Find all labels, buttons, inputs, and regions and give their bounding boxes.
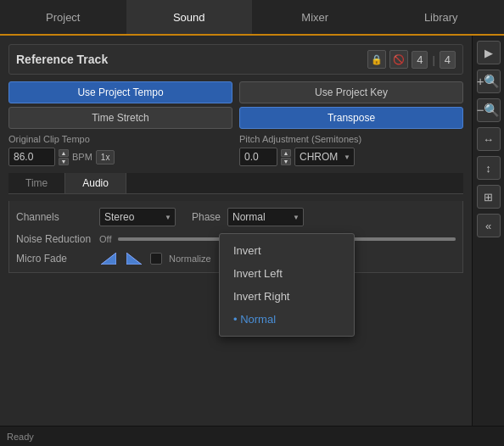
status-bar: Ready [0, 426, 504, 446]
main-content: Reference Track 🔒 🚫 4 | 4 Use Project Te… [0, 36, 472, 426]
tempo-spinner: ▲ ▼ [59, 149, 69, 165]
tempo-up[interactable]: ▲ [59, 149, 69, 157]
grid-button[interactable]: ⊞ [477, 185, 501, 209]
track-num2: 4 [440, 51, 456, 69]
phase-option-invert-left[interactable]: Invert Left [220, 262, 354, 285]
bpm-label: BPM [72, 152, 92, 162]
fade-in-svg [101, 253, 116, 265]
tab-library[interactable]: Library [378, 0, 505, 34]
tab-sound[interactable]: Sound [126, 0, 253, 36]
pitch-input[interactable] [239, 148, 277, 166]
pitch-spinner: ▲ ▼ [281, 149, 291, 165]
normalize-checkbox[interactable] [150, 253, 162, 265]
svg-marker-0 [101, 253, 116, 265]
use-project-key-button[interactable]: Use Project Key [239, 81, 463, 103]
tempo-down[interactable]: ▼ [59, 158, 69, 165]
transpose-button[interactable]: Transpose [239, 107, 463, 129]
zoom-out-button[interactable]: −🔍 [477, 98, 501, 122]
tab-time[interactable]: Time [8, 173, 65, 193]
tab-project[interactable]: Project [0, 0, 126, 34]
phase-option-normal[interactable]: Normal [220, 308, 354, 331]
pitch-input-row: ▲ ▼ CHROM MAJOR MINOR [239, 148, 463, 166]
sub-tabs: Time Audio [8, 173, 463, 194]
mute-button[interactable]: 🚫 [389, 50, 408, 69]
pitch-adjustment-label: Pitch Adjustment (Semitones) [239, 134, 463, 144]
ref-track-title: Reference Track [16, 53, 108, 66]
time-stretch-button[interactable]: Time Stretch [8, 107, 232, 129]
normalize-label: Normalize [169, 254, 211, 264]
ref-track-controls: 🔒 🚫 4 | 4 [367, 50, 456, 69]
channels-select[interactable]: Stereo Mono Left Right [99, 208, 176, 226]
status-text: Ready [7, 432, 34, 442]
pitch-down[interactable]: ▼ [281, 158, 291, 165]
play-button[interactable]: ▶ [477, 41, 501, 64]
pitch-up[interactable]: ▲ [281, 149, 291, 157]
ref-track-header: Reference Track 🔒 🚫 4 | 4 [8, 44, 463, 75]
tab-bar: Project Sound Mixer Library [0, 0, 504, 36]
phase-label: Phase [182, 211, 221, 223]
original-clip-tempo-label: Original Clip Tempo [8, 134, 232, 144]
tempo-input[interactable] [8, 148, 55, 166]
main-layout: Reference Track 🔒 🚫 4 | 4 Use Project Te… [0, 36, 504, 426]
channels-phase-row: Channels Stereo Mono Left Right Phase No… [16, 208, 456, 226]
micro-fade-label: Micro Fade [16, 253, 92, 265]
phase-option-invert[interactable]: Invert [220, 239, 354, 262]
vertical-expand-button[interactable]: ↕ [477, 156, 501, 180]
micro-fade-out-icon[interactable] [125, 252, 143, 265]
phase-select[interactable]: Normal Invert Invert Left Invert Right [227, 208, 304, 226]
phase-dropdown: Invert Invert Left Invert Right Normal [219, 233, 355, 337]
collapse-button[interactable]: « [477, 214, 501, 237]
phase-wrapper: Normal Invert Invert Left Invert Right [227, 208, 304, 226]
tempo-key-section: Use Project Tempo Time Stretch Original … [8, 81, 463, 166]
horizontal-expand-button[interactable]: ↔ [477, 127, 501, 151]
tempo-col: Use Project Tempo Time Stretch Original … [8, 81, 232, 166]
pitch-mode-wrapper: CHROM MAJOR MINOR [294, 148, 355, 166]
track-divider: | [432, 53, 434, 66]
tab-mixer[interactable]: Mixer [252, 0, 378, 34]
channels-wrapper: Stereo Mono Left Right [99, 208, 176, 226]
fade-out-svg [126, 253, 142, 265]
svg-marker-1 [126, 253, 142, 265]
key-col: Use Project Key Transpose Pitch Adjustme… [239, 81, 463, 166]
noise-reduction-label: Noise Reduction [16, 233, 92, 245]
use-project-tempo-button[interactable]: Use Project Tempo [8, 81, 232, 103]
tempo-1x-button[interactable]: 1x [96, 150, 115, 164]
tempo-input-row: ▲ ▼ BPM 1x [8, 148, 232, 166]
tab-audio[interactable]: Audio [65, 173, 126, 193]
audio-panel: Channels Stereo Mono Left Right Phase No… [8, 201, 463, 273]
zoom-in-button[interactable]: +🔍 [477, 70, 501, 93]
micro-fade-in-icon[interactable] [99, 252, 118, 265]
phase-section: Normal Invert Invert Left Invert Right I… [227, 208, 304, 226]
track-num1: 4 [412, 51, 428, 69]
lock-button[interactable]: 🔒 [367, 50, 386, 69]
pitch-mode-select[interactable]: CHROM MAJOR MINOR [294, 148, 355, 166]
right-sidebar: ▶ +🔍 −🔍 ↔ ↕ ⊞ « [472, 36, 504, 426]
noise-off-label: Off [99, 234, 111, 244]
phase-option-invert-right[interactable]: Invert Right [220, 285, 354, 308]
channels-label: Channels [16, 211, 92, 223]
